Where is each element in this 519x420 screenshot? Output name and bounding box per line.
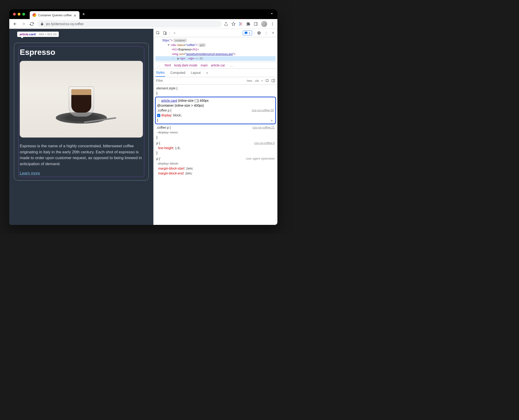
container-selector-link[interactable]: article.card	[161, 99, 177, 102]
device-toggle-button[interactable]	[162, 30, 167, 36]
breadcrumb-item[interactable]: main	[201, 63, 208, 67]
selected-element[interactable]: ⋯ ▶<p>…</p> == $0	[155, 56, 276, 61]
styles-tabs: Styles Computed Layout »	[154, 69, 277, 77]
tab-close-icon[interactable]: ✕	[73, 14, 77, 17]
reload-button[interactable]	[29, 21, 35, 27]
star-icon[interactable]	[231, 22, 236, 26]
rule-source-link[interactable]: css-cq-coffee:21	[253, 125, 275, 130]
css-rule[interactable]: p {css-cq-coffee:3 line-height: 1.6; }	[154, 140, 277, 156]
content-area: article.card 494 × 601.43 Espresso Espre…	[9, 29, 277, 225]
svg-rect-10	[266, 79, 269, 81]
tab-styles[interactable]: Styles	[155, 69, 165, 77]
more-tabs-button[interactable]: »	[172, 30, 177, 36]
user-agent-rule[interactable]: p {user agent stylesheet display: block;…	[154, 156, 277, 176]
coffee-card: Espresso Espresso is the name of a highl…	[14, 43, 149, 180]
extensions-icon[interactable]	[246, 22, 250, 26]
forward-button[interactable]	[20, 21, 26, 27]
window-close[interactable]	[13, 13, 16, 15]
svg-rect-11	[272, 79, 275, 82]
close-devtools-icon[interactable]: ✕	[271, 30, 276, 36]
cls-button[interactable]: .cls	[254, 79, 259, 82]
window-minimize[interactable]	[18, 13, 20, 15]
rule-source-link[interactable]: css-cq-coffee:30	[252, 108, 274, 113]
inspect-tooltip: article.card 494 × 601.43	[17, 32, 59, 37]
window-maximize[interactable]	[22, 13, 25, 15]
filter-input[interactable]	[154, 79, 244, 82]
img-src-link[interactable]: /assets/img/demo/cof-espresso.jpg	[186, 52, 233, 56]
lock-icon	[40, 22, 44, 26]
coffee-image	[20, 61, 143, 137]
hov-button[interactable]: :hov	[246, 79, 252, 82]
inline-size-icon: ↔	[195, 99, 198, 102]
css-rule[interactable]: .coffee p {css-cq-coffee:21 display: non…	[154, 125, 277, 140]
grid-badge[interactable]: grid	[199, 44, 206, 47]
page-content: article.card 494 × 601.43 Espresso Espre…	[9, 29, 153, 225]
svg-rect-2	[254, 22, 257, 26]
add-property-button[interactable]: +	[271, 118, 273, 124]
format-icon[interactable]	[265, 79, 269, 82]
chevron-down-icon[interactable]	[270, 12, 274, 16]
share-icon[interactable]	[224, 22, 228, 26]
learn-more-link[interactable]: Learn more	[20, 171, 40, 176]
tab-computed[interactable]: Computed	[170, 69, 186, 76]
card-title: Espresso	[20, 48, 143, 57]
elements-tree[interactable]: 50px;"> container ▼<div class="coffee"> …	[154, 37, 277, 62]
issues-badge[interactable]: 1	[243, 30, 252, 35]
rule-source-link[interactable]: css-cq-coffee:3	[254, 141, 275, 145]
titlebar: Container Queries coffee ✕ +	[9, 9, 277, 19]
scissors-icon[interactable]	[239, 22, 243, 26]
container-badge[interactable]: container	[173, 39, 187, 42]
breadcrumb-item[interactable]: article.car	[211, 63, 225, 67]
toolbar-icons	[224, 21, 275, 27]
styles-filter-bar: :hov .cls +	[154, 77, 277, 85]
browser-toolbar: jec.fyi/demo/css-cq-coffee	[9, 19, 277, 29]
card-description: Espresso is the name of a highly concent…	[20, 143, 143, 167]
url-text: jec.fyi/demo/css-cq-coffee	[46, 22, 84, 26]
traffic-lights	[13, 13, 25, 15]
styles-pane[interactable]: element.style {} → article.card (inline-…	[154, 85, 277, 225]
address-bar[interactable]: jec.fyi/demo/css-cq-coffee	[37, 20, 222, 27]
inspect-element-class: .card	[28, 32, 36, 36]
more-menu-icon[interactable]: ⋮	[263, 30, 269, 36]
breadcrumb-item[interactable]: body.dark-mode	[174, 63, 197, 67]
tab-title: Container Queries coffee	[38, 14, 72, 17]
breadcrumb-overflow-right[interactable]: …	[228, 63, 234, 67]
favicon	[32, 13, 36, 17]
issues-count: 1	[248, 31, 250, 35]
inspect-element-tag: article	[20, 32, 28, 36]
new-tab-button[interactable]: +	[82, 12, 85, 17]
breadcrumb-overflow-left[interactable]: …	[155, 63, 161, 67]
svg-point-5	[272, 23, 273, 24]
tab-layout[interactable]: Layout	[190, 69, 201, 76]
svg-point-1	[239, 24, 241, 26]
tab-more[interactable]: »	[206, 69, 209, 76]
breadcrumb-item[interactable]: html	[165, 63, 171, 67]
breadcrumb: … html body.dark-mode main article.car …	[154, 62, 277, 69]
svg-point-4	[272, 22, 273, 23]
menu-icon[interactable]	[271, 22, 275, 26]
devtools-panel: | » 1 | ⋮ ✕ 50px;"> container ▼<div clas…	[153, 29, 277, 225]
profile-avatar[interactable]	[261, 21, 267, 27]
container-query-rule[interactable]: → article.card (inline-size ↔) 450px @co…	[155, 97, 276, 124]
toggle-sidebar-icon[interactable]	[271, 79, 275, 82]
svg-point-6	[272, 25, 273, 25]
property-checkbox[interactable]	[157, 114, 160, 117]
new-rule-button[interactable]: +	[261, 79, 263, 82]
settings-icon[interactable]	[256, 30, 262, 36]
ellipsis-icon[interactable]: ⋯	[172, 57, 175, 60]
browser-tab[interactable]: Container Queries coffee ✕	[30, 11, 79, 19]
inspect-element-button[interactable]	[155, 30, 160, 36]
svg-point-0	[239, 22, 241, 23]
browser-window: Container Queries coffee ✕ + jec.fyi/dem…	[9, 9, 277, 225]
element-style-rule[interactable]: element.style {}	[154, 85, 277, 96]
inspect-dimensions: 494 × 601.43	[39, 32, 56, 36]
sidepanel-icon[interactable]	[254, 22, 258, 26]
devtools-toolbar: | » 1 | ⋮ ✕	[154, 29, 277, 37]
back-button[interactable]	[12, 21, 18, 27]
